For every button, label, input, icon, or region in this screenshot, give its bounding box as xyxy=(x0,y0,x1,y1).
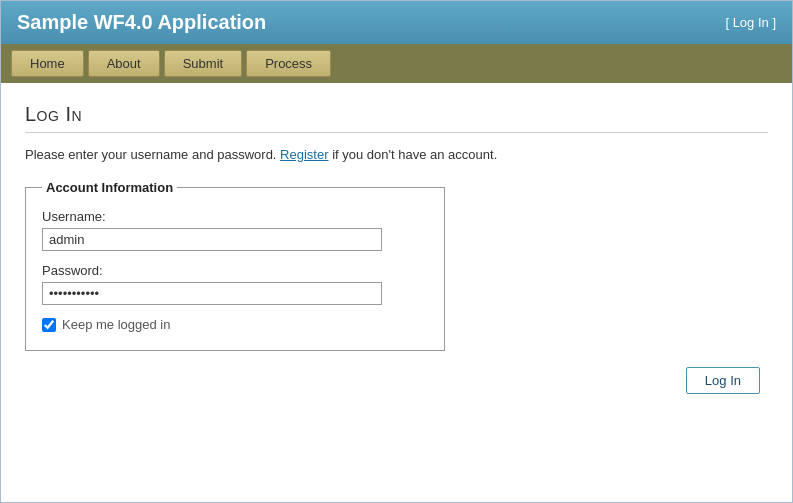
password-label: Password: xyxy=(42,263,428,278)
remember-me-label: Keep me logged in xyxy=(62,317,170,332)
page-title: Log In xyxy=(25,103,768,133)
instruction-suffix: if you don't have an account. xyxy=(332,147,497,162)
app-window: Sample WF4.0 Application [ Log In ] Home… xyxy=(0,0,793,503)
instruction-text: Please enter your username and password.… xyxy=(25,147,768,162)
navbar: Home About Submit Process xyxy=(1,44,792,83)
username-group: Username: xyxy=(42,209,428,251)
header-login-link[interactable]: [ Log In ] xyxy=(725,15,776,30)
login-submit-button[interactable]: Log In xyxy=(686,367,760,394)
password-input[interactable] xyxy=(42,282,382,305)
fieldset-legend: Account Information xyxy=(42,180,177,195)
remember-me-row: Keep me logged in xyxy=(42,317,428,332)
login-button-row: Log In xyxy=(25,367,768,394)
remember-me-checkbox[interactable] xyxy=(42,318,56,332)
nav-process[interactable]: Process xyxy=(246,50,331,77)
password-group: Password: xyxy=(42,263,428,305)
instruction-main: Please enter your username and password. xyxy=(25,147,276,162)
register-link[interactable]: Register xyxy=(280,147,328,162)
app-title: Sample WF4.0 Application xyxy=(17,11,266,34)
nav-about[interactable]: About xyxy=(88,50,160,77)
nav-submit[interactable]: Submit xyxy=(164,50,242,77)
account-info-fieldset: Account Information Username: Password: … xyxy=(25,180,445,351)
main-content: Log In Please enter your username and pa… xyxy=(1,83,792,414)
username-input[interactable] xyxy=(42,228,382,251)
nav-home[interactable]: Home xyxy=(11,50,84,77)
app-header: Sample WF4.0 Application [ Log In ] xyxy=(1,1,792,44)
username-label: Username: xyxy=(42,209,428,224)
